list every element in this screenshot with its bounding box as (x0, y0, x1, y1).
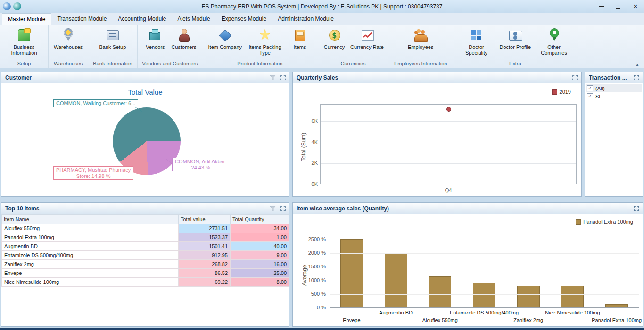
bar-nice-nimesulide-100mg[interactable] (561, 286, 584, 307)
legend-panadol: Panadol Extra 100mg (576, 219, 633, 225)
bar-augmentin-bd[interactable] (385, 253, 407, 307)
restore-button[interactable] (610, 0, 627, 13)
table-row-nice-nimesulide-100mg[interactable]: Nice Nimesulide 100mg69.228.00 (2, 278, 289, 287)
tab-master-module[interactable]: Master Module (2, 13, 51, 25)
legend-label: 2019 (560, 89, 571, 95)
y-tick-label: 0K (304, 181, 318, 187)
table-row-entamizole-ds-500mg-400mg[interactable]: Entamizole DS 500mg/400mg912.959.00 (2, 251, 289, 260)
bar-slot-nice-nimesulide-100mg: Nice Nimesulide 100mg (551, 233, 595, 307)
bar-panadol-extra-100mg[interactable] (605, 304, 628, 307)
ribbon-button-label: Currency (324, 44, 345, 50)
pie-label-mushtaq-pharmacy: PHARMACY, Mushtaq PhamacyStore: 14.98 % (53, 166, 133, 180)
ribbon-button-employees[interactable]: Employees (406, 26, 435, 50)
y-tick-label: 2000 % (300, 250, 326, 256)
y-tick-label: 500 % (300, 291, 326, 297)
top10-table: Item Name Total value Total Quantity Alc… (1, 214, 289, 287)
table-row-panadol-extra-100mg[interactable]: Panadol Extra 100mg1523.371.00 (2, 233, 289, 242)
bar-entamizole-ds-500mg-400mg[interactable] (473, 283, 495, 307)
legend-swatch (576, 219, 581, 225)
ribbon-button-doctor-profile[interactable]: Doctor Profile (498, 26, 532, 50)
checkbox-si[interactable]: ✓ (587, 93, 593, 99)
total-quantity-cell: 34.00 (231, 224, 289, 233)
table-row-envepe[interactable]: Envepe86.5225.00 (2, 269, 289, 278)
ribbon-button-vendors[interactable]: Vendors (142, 26, 168, 50)
expand-icon[interactable] (572, 75, 578, 80)
employees-icon (413, 27, 429, 43)
total-value-cell: 268.82 (179, 260, 231, 269)
ribbon-button-label: Bank Setup (99, 44, 126, 50)
transaction-filter-list: ✓(All)✓SI (585, 83, 643, 196)
pie-chart[interactable] (113, 107, 181, 175)
table-row-alcuflex-550mg[interactable]: Alcuflex 550mg2731.5134.00 (2, 224, 289, 233)
ribbon-button-items[interactable]: Items (287, 26, 313, 50)
ribbon-button-customers[interactable]: Customers (170, 26, 198, 50)
total-value-cell: 69.22 (179, 278, 231, 287)
item-name-cell: Entamizole DS 500mg/400mg (2, 251, 179, 260)
column-header-item-name[interactable]: Item Name (2, 215, 179, 224)
expand-icon[interactable] (280, 206, 286, 211)
legend-2019: 2019 (552, 89, 571, 95)
ribbon-button-business-information[interactable]: Business Information (4, 26, 44, 56)
expand-icon[interactable] (280, 75, 286, 80)
top10-table-area: Item Name Total value Total Quantity Alc… (1, 214, 289, 326)
tab-accounting-module[interactable]: Accounting Module (112, 13, 172, 25)
close-button[interactable]: × (627, 0, 644, 13)
bar-envepe[interactable] (340, 239, 363, 307)
ribbon-button-label: Vendors (146, 44, 165, 50)
doctor-speciality-icon (468, 27, 484, 43)
checkbox-all[interactable]: ✓ (587, 85, 593, 91)
bar-slot-zaniflex-2mg: Zaniflex 2mg (506, 233, 551, 307)
ribbon-group-employees-information: EmployeesEmployees Information (389, 25, 453, 68)
ribbon-button-item-company[interactable]: Item Company (207, 26, 244, 50)
data-point-2019-q4[interactable] (446, 107, 451, 112)
bar-alcuflex-550mg[interactable] (429, 276, 451, 307)
ribbon-button-label: Employees (408, 44, 433, 50)
column-header-total-value[interactable]: Total value (179, 215, 231, 224)
ribbon-button-warehouses[interactable]: Warehouses (52, 26, 84, 50)
window-title: ES Pharmacy ERP With POS System | Develo… (0, 3, 644, 10)
tab-expenses-module[interactable]: Expenses Module (216, 13, 272, 25)
ribbon-button-bank-setup[interactable]: Bank Setup (98, 26, 127, 50)
filter-icon[interactable] (270, 75, 276, 80)
transaction-option-si[interactable]: ✓SI (586, 92, 642, 100)
x-label-envepe: Envepe (307, 317, 396, 323)
gridline (330, 281, 639, 281)
ribbon-button-currency[interactable]: Currency (321, 26, 347, 50)
ribbon-button-label: Business Information (5, 44, 43, 56)
item-name-cell: Envepe (2, 269, 179, 278)
panel-title: Quarterly Sales (297, 74, 572, 81)
tab-administration-module[interactable]: Administration Module (272, 13, 339, 25)
ribbon-button-currency-rate[interactable]: Currency Rate (349, 26, 385, 50)
ribbon-group-title: Extra (456, 60, 574, 68)
minimize-button[interactable] (593, 0, 610, 13)
filter-icon[interactable] (270, 206, 276, 211)
expand-icon[interactable] (634, 75, 639, 80)
table-row-zaniflex-2mg[interactable]: Zaniflex 2mg268.8216.00 (2, 260, 289, 269)
ribbon-button-items-packing-type[interactable]: Items Packing Type (245, 26, 285, 56)
ribbon-button-doctor-speciality[interactable]: Doctor Speciality (456, 26, 496, 56)
ribbon-group-title: Vendors and Customers (141, 60, 199, 68)
tab-transaction-module[interactable]: Transaction Module (51, 13, 112, 25)
tab-alets-module[interactable]: Alets Module (172, 13, 215, 25)
app-logo-icon (3, 2, 11, 10)
total-quantity-cell: 8.00 (231, 278, 289, 287)
column-header-total-quantity[interactable]: Total Quantity (231, 215, 289, 224)
ribbon-button-other-companies[interactable]: Other Companies (534, 26, 574, 56)
ribbon-button-label: Doctor Profile (499, 44, 531, 50)
transaction-option-all[interactable]: ✓(All) (586, 84, 642, 92)
tab-strip: Master ModuleTransaction ModuleAccountin… (0, 13, 644, 25)
checkbox-label: (All) (595, 86, 605, 91)
close-icon: × (633, 3, 637, 10)
expand-icon[interactable] (634, 206, 639, 211)
gridline (321, 163, 576, 164)
bar-slot-augmentin-bd: Augmentin BD (374, 233, 418, 307)
table-row-augmentin-bd[interactable]: Augmentin BD1501.4140.00 (2, 242, 289, 251)
ribbon-collapse-button[interactable]: ▲ (636, 63, 639, 67)
item-name-cell: Alcuflex 550mg (2, 224, 179, 233)
bar-slots: EnvepeAugmentin BDAlcuflex 550mgEntamizo… (330, 233, 639, 307)
quarterly-chart-area: 2019 Total (Sum) 0K2K4K6K Q4 (293, 83, 581, 196)
other-companies-icon (546, 27, 562, 43)
bar-zaniflex-2mg[interactable] (517, 286, 540, 307)
ribbon-group-warehouses: WarehousesWarehouses (49, 25, 88, 68)
item-name-cell: Panadol Extra 100mg (2, 233, 179, 242)
